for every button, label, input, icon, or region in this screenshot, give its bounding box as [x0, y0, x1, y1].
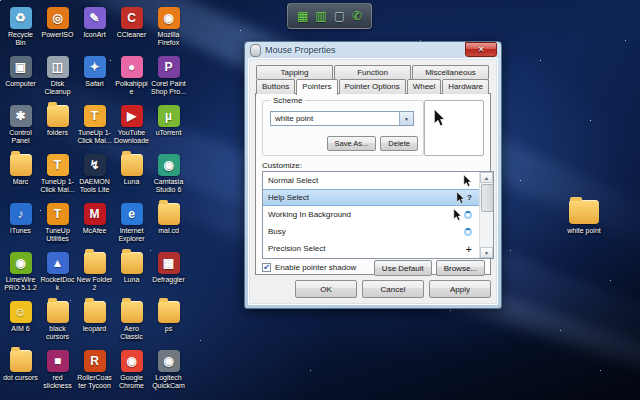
desktop-icon-defraggler[interactable]: ▦Defraggler	[150, 249, 187, 298]
desktop-icon-limewire[interactable]: ◉LimeWire PRO 5.1.2	[2, 249, 39, 298]
use-default-button[interactable]: Use Default	[374, 260, 432, 276]
desktop-icon-luna-2[interactable]: Luna	[113, 249, 150, 298]
ok-button[interactable]: OK	[295, 280, 357, 298]
title-bar[interactable]: Mouse Properties ✕	[248, 42, 498, 58]
desktop-icon-aero-classic-cursors[interactable]: Aero Classic Cursors	[113, 298, 150, 347]
desktop-icon-youtube-downloader[interactable]: ▶YouTube Downloader	[113, 102, 150, 151]
working-cursor-icon	[453, 208, 472, 222]
desktop-icon-computer[interactable]: ▣Computer	[2, 53, 39, 102]
desktop-icon-safari[interactable]: ✦Safari	[76, 53, 113, 102]
desktop-icon-tuneup-1click-2[interactable]: TTuneUp 1-Click Mai...	[39, 151, 76, 200]
pointer-row-working-in-background[interactable]: Working In Background	[263, 206, 493, 223]
recycle-bin-icon: ♻	[10, 7, 32, 29]
pointer-row-busy[interactable]: Busy	[263, 223, 493, 240]
pointer-list-scrollbar[interactable]: ▲ ▼	[479, 172, 493, 258]
scheme-select[interactable]: white point ▼	[270, 111, 414, 126]
desktop-icon-camtasia[interactable]: ◉Camtasia Studio 6	[150, 151, 187, 200]
tab-pointer-options[interactable]: Pointer Options	[339, 79, 406, 94]
desktop-icon-iconart[interactable]: ✎IconArt	[76, 4, 113, 53]
dialog-button-row: OK Cancel Apply	[255, 275, 491, 298]
desktop-icon-tuneup-1click[interactable]: TTuneUp 1-Click Mai...	[76, 102, 113, 151]
folder-icon	[569, 200, 599, 224]
browse-button[interactable]: Browse...	[436, 260, 485, 276]
cancel-button[interactable]: Cancel	[362, 280, 424, 298]
desktop-icon-tuneup-utilities[interactable]: TTuneUp Utilities 2009	[39, 200, 76, 249]
window-icon[interactable]: ▢	[334, 10, 345, 22]
desktop-icon-daemon-tools[interactable]: ↯DAEMON Tools Lite	[76, 151, 113, 200]
polkahippie-icon: ●	[121, 56, 143, 78]
tab-tapping[interactable]: Tapping	[256, 65, 333, 79]
folder-icon	[84, 252, 106, 274]
red-slickness-icon: ■	[47, 350, 69, 372]
close-button[interactable]: ✕	[465, 42, 497, 57]
desktop-icon-white-point[interactable]: white point	[560, 200, 608, 235]
call-icon[interactable]: ✆	[352, 10, 362, 22]
desktop-icon-leopard[interactable]: leopard	[76, 298, 113, 347]
desktop-icon-google-chrome[interactable]: ◉Google Chrome	[113, 347, 150, 396]
desktop-icon-disk-cleanup[interactable]: ◫Disk Cleanup	[39, 53, 76, 102]
desktop-icon-new-folder-2[interactable]: New Folder 2	[76, 249, 113, 298]
desktop-icon-control-panel[interactable]: ✱Control Panel	[2, 102, 39, 151]
enable-pointer-shadow-checkbox[interactable]: ✔ Enable pointer shadow	[262, 263, 356, 272]
desktop-icon-mcafee[interactable]: MMcAfee	[76, 200, 113, 249]
desktop-icon-polkahippie[interactable]: ●Polkahippie	[113, 53, 150, 102]
pointer-row-normal-select[interactable]: Normal Select	[263, 172, 493, 189]
scroll-down-icon[interactable]: ▼	[480, 247, 493, 258]
arrow-cursor-icon	[463, 174, 472, 188]
desktop-icon-recycle-bin[interactable]: ♻Recycle Bin	[2, 4, 39, 53]
folder-icon	[121, 252, 143, 274]
desktop-icon-corel-paint-shop[interactable]: PCorel Paint Shop Pro...	[150, 53, 187, 102]
desktop-icon-malcd[interactable]: mal.cd	[150, 200, 187, 249]
tab-row-primary: Buttons Pointers Pointer Options Wheel H…	[255, 79, 491, 94]
desktop-icon-ps[interactable]: ps	[150, 298, 187, 347]
defraggler-icon: ▦	[158, 252, 180, 274]
desktop-icon-black-cursors[interactable]: black cursors	[39, 298, 76, 347]
poweriso-icon: ◎	[47, 7, 69, 29]
tuneup-utilities-icon: T	[47, 203, 69, 225]
pointer-row-help-select[interactable]: Help Select ?	[263, 189, 493, 206]
delete-button[interactable]: Delete	[380, 136, 418, 151]
tuneup-icon: T	[47, 154, 69, 176]
crosshair-cursor-icon: +	[466, 244, 472, 254]
busy-cursor-icon	[464, 228, 472, 236]
tab-buttons[interactable]: Buttons	[256, 79, 295, 94]
folder-icon	[121, 301, 143, 323]
folder-icon	[47, 301, 69, 323]
save-as-button[interactable]: Save As...	[327, 136, 377, 151]
scheme-group: Scheme white point ▼ Save As... Delete	[262, 100, 424, 156]
quick-launch-toolbar: ▦ ▥ ▢ ✆	[287, 3, 372, 29]
internet-explorer-icon: e	[121, 203, 143, 225]
desktop-icon-marc[interactable]: Marc	[2, 151, 39, 200]
tab-wheel[interactable]: Wheel	[407, 79, 442, 94]
desktop-icon-rollercoaster-tycoon[interactable]: RRollerCoaster Tycoon 3	[76, 347, 113, 396]
tuneup-icon: T	[84, 105, 106, 127]
desktop-icon-poweriso[interactable]: ◎PowerISO	[39, 4, 76, 53]
tab-function[interactable]: Function	[334, 65, 411, 79]
desktop-icon-firefox[interactable]: ◉Mozilla Firefox	[150, 4, 187, 53]
desktop-icon-ccleaner[interactable]: CCCleaner	[113, 4, 150, 53]
desktop-icon-folders[interactable]: folders	[39, 102, 76, 151]
desktop-icon-aim[interactable]: ☺AIM 6	[2, 298, 39, 347]
scrollbar-thumb[interactable]	[481, 184, 494, 212]
apply-button[interactable]: Apply	[429, 280, 491, 298]
chevron-down-icon[interactable]: ▼	[399, 112, 413, 125]
desktop-icon-utorrent[interactable]: µuTorrent	[150, 102, 187, 151]
pointers-tab-panel: Scheme white point ▼ Save As... Delete C…	[255, 93, 491, 275]
desktop-icon-dot-cursors[interactable]: dot cursors	[2, 347, 39, 396]
desktop-icon-red-slickness[interactable]: ■red slickness	[39, 347, 76, 396]
desktop-icon-luna[interactable]: Luna	[113, 151, 150, 200]
aim-icon: ☺	[10, 301, 32, 323]
tab-pointers[interactable]: Pointers	[296, 79, 337, 95]
folder-icon	[10, 350, 32, 372]
stats-icon[interactable]: ▥	[315, 10, 326, 22]
scroll-up-icon[interactable]: ▲	[480, 172, 493, 183]
desktop-icon-itunes[interactable]: ♪iTunes	[2, 200, 39, 249]
desktop-icon-internet-explorer[interactable]: eInternet Explorer	[113, 200, 150, 249]
grid-icon[interactable]: ▦	[297, 10, 308, 22]
desktop-icon-logitech-quickcam[interactable]: ◉Logitech QuickCam	[150, 347, 187, 396]
pointer-row-precision-select[interactable]: Precision Select +	[263, 240, 493, 257]
desktop-icon-rocketdock[interactable]: ▲RocketDock	[39, 249, 76, 298]
tab-miscellaneous[interactable]: Miscellaneous	[412, 65, 489, 79]
tab-hardware[interactable]: Hardware	[442, 79, 489, 94]
iconart-icon: ✎	[84, 7, 106, 29]
